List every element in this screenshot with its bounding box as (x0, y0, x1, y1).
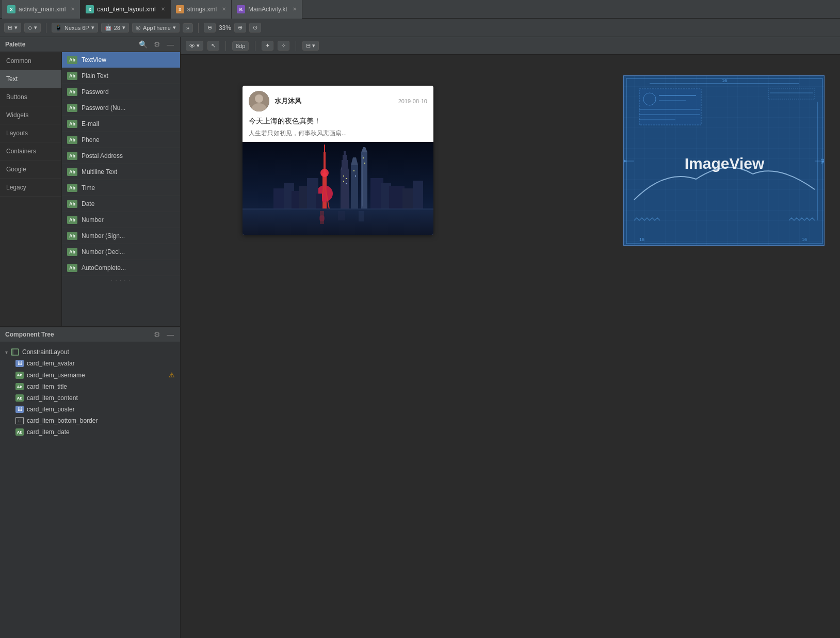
palette-minimize-btn[interactable]: — (166, 40, 175, 49)
widget-postal-label: Postal Address (82, 152, 123, 160)
widget-postal[interactable]: Ab Postal Address (62, 148, 180, 164)
tree-item-constraint-layout[interactable]: ▾ ConstraintLayout (0, 346, 180, 358)
tab-activity-main[interactable]: x activity_main.xml ✕ (2, 0, 80, 19)
widget-date[interactable]: Ab Date (62, 196, 180, 212)
more-options-btn[interactable]: » (183, 23, 193, 33)
widget-number[interactable]: Ab Number (62, 212, 180, 228)
category-layouts[interactable]: Layouts (0, 124, 61, 142)
category-widgets[interactable]: Widgets (0, 106, 61, 124)
layer-dropdown[interactable]: ⊞ ▾ (4, 23, 21, 33)
svg-text:16: 16 (802, 237, 807, 242)
widget-password[interactable]: Ab Password (62, 84, 180, 100)
tab-card-item-layout[interactable]: x card_item_layout.xml ✕ (80, 0, 170, 19)
tree-item-avatar[interactable]: 🖼 card_item_avatar (0, 358, 180, 369)
api-dropdown[interactable]: 🤖 28 ▾ (101, 23, 129, 33)
zoom-in-btn[interactable]: ⊕ (234, 23, 246, 33)
ab-icon-autocomplete: Ab (67, 264, 77, 272)
ab-icon-phone: Ab (67, 136, 77, 144)
avatar (249, 91, 269, 111)
tree-item-poster[interactable]: 🖼 card_item_poster (0, 404, 180, 415)
palette-settings-btn[interactable]: ⚙ (153, 40, 161, 49)
constraint-layout-label: ConstraintLayout (22, 348, 69, 356)
widget-number-signed-label: Number (Sign... (82, 232, 125, 240)
category-buttons[interactable]: Buttons (0, 88, 61, 106)
magic-btn[interactable]: ✦ (262, 41, 273, 51)
svg-rect-39 (353, 170, 354, 171)
widget-time-label: Time (82, 184, 95, 192)
username-label: card_item_username (27, 372, 85, 379)
svg-rect-32 (389, 186, 405, 209)
rotate-dropdown[interactable]: ◇ ▾ (24, 23, 41, 33)
tab-strings[interactable]: x strings.xml ✕ (171, 0, 232, 19)
svg-rect-41 (363, 157, 364, 158)
tree-item-date[interactable]: Ab card_item_date (0, 426, 180, 438)
tree-item-title[interactable]: Ab card_item_title (0, 381, 180, 392)
canvas-sep-3 (296, 41, 296, 51)
theme-chevron: ▾ (173, 24, 176, 31)
category-text[interactable]: Text (0, 70, 61, 88)
tree-minimize-btn[interactable]: — (166, 330, 175, 339)
cursor-icon: ↖ (211, 42, 216, 49)
ab-icon-password-num: Ab (67, 104, 77, 112)
ab-icon-tree-title: Ab (15, 383, 24, 390)
eye-icon: 👁 (189, 43, 195, 49)
eye-dropdown[interactable]: 👁 ▾ (186, 41, 203, 51)
category-common[interactable]: Common (0, 52, 61, 70)
poster-label: card_item_poster (27, 406, 75, 413)
widget-number-signed[interactable]: Ab Number (Sign... (62, 228, 180, 244)
eye-chevron: ▾ (197, 42, 200, 49)
ab-icon-number-decimal: Ab (67, 248, 77, 256)
widget-email[interactable]: Ab E-mail (62, 116, 180, 132)
fit-screen-btn[interactable]: ⊙ (249, 23, 261, 33)
tree-item-bottom-border[interactable]: □ card_item_bottom_border (0, 415, 180, 426)
widget-autocomplete-label: AutoComplete... (82, 264, 126, 272)
tree-item-username[interactable]: Ab card_item_username ⚠ (0, 369, 180, 381)
content-label: card_item_content (27, 394, 78, 402)
scroll-dots: · · · · · (62, 276, 180, 285)
sparkle-btn[interactable]: ✧ (278, 41, 289, 51)
widget-phone[interactable]: Ab Phone (62, 132, 180, 148)
card-preview: 水月沐风 2019-08-10 今天上海的夜色真美！ 人生若只如初见，何事秋风悲… (243, 86, 433, 235)
widget-password-num[interactable]: Ab Password (Nu... (62, 100, 180, 116)
category-containers[interactable]: Containers (0, 142, 61, 161)
category-google[interactable]: Google (0, 161, 61, 179)
ab-icon-postal: Ab (67, 152, 77, 160)
card-content: 人生若只如初见，何事秋风悲画扇... (243, 129, 433, 142)
widget-textview[interactable]: Ab TextView (62, 52, 180, 68)
theme-dropdown[interactable]: ◎ AppTheme ▾ (132, 23, 180, 33)
tree-header-icons: ⚙ — (153, 330, 175, 339)
widget-multiline-label: Multiline Text (82, 168, 117, 176)
tab-mainactivity-label: MainActivity.kt (248, 6, 287, 13)
tab-card-item-label: card_item_layout.xml (97, 6, 155, 13)
palette-header: Palette 🔍 ⚙ — (0, 37, 180, 52)
align-dropdown[interactable]: ⊟ ▾ (302, 41, 319, 51)
margin-btn[interactable]: 8dp (232, 41, 249, 51)
tab-close-strings[interactable]: ✕ (222, 6, 226, 12)
tab-mainactivity[interactable]: K MainActivity.kt ✕ (232, 0, 302, 19)
widget-multiline[interactable]: Ab Multiline Text (62, 164, 180, 180)
rotate-icon: ◇ (28, 24, 32, 31)
ab-icon-tree-username: Ab (15, 372, 24, 379)
zoom-out-btn[interactable]: ⊖ (204, 23, 216, 33)
card-header: 水月沐风 2019-08-10 (243, 86, 433, 117)
svg-text:ImageView: ImageView (685, 155, 765, 172)
cursor-btn[interactable]: ↖ (207, 41, 219, 51)
tree-settings-btn[interactable]: ⚙ (153, 330, 161, 339)
category-legacy[interactable]: Legacy (0, 179, 61, 197)
tab-activity-main-label: activity_main.xml (19, 6, 66, 13)
device-dropdown[interactable]: 📱 Nexus 6P ▾ (52, 23, 98, 33)
widget-time[interactable]: Ab Time (62, 180, 180, 196)
svg-rect-19 (341, 170, 349, 209)
img-icon-avatar: 🖼 (15, 360, 24, 367)
tree-item-content[interactable]: Ab card_item_content (0, 392, 180, 404)
widget-textview-label: TextView (82, 56, 106, 63)
tab-close-card[interactable]: ✕ (161, 6, 165, 12)
canvas-wrapper: 👁 ▾ ↖ 8dp ✦ ✧ ⊟ ▾ (181, 37, 840, 638)
palette-search-btn[interactable]: 🔍 (138, 40, 149, 49)
widget-autocomplete[interactable]: Ab AutoComplete... (62, 260, 180, 276)
tab-close-activity-main[interactable]: ✕ (71, 6, 75, 12)
tab-close-main[interactable]: ✕ (293, 6, 297, 12)
ab-icon-tree-content: Ab (15, 394, 24, 402)
widget-number-decimal[interactable]: Ab Number (Deci... (62, 244, 180, 260)
widget-plain-text[interactable]: Ab Plain Text (62, 68, 180, 84)
